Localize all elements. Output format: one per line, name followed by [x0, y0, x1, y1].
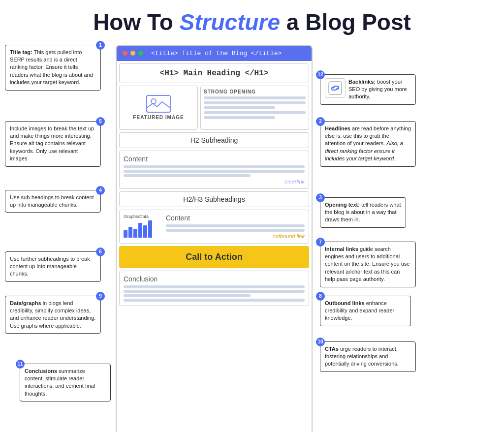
- circle-12: 12: [316, 70, 325, 79]
- annotation-10: 10 CTAs urge readers to interact, foster…: [320, 341, 416, 372]
- circle-7: 7: [316, 238, 325, 247]
- bar-1: [124, 230, 127, 238]
- circle-5: 5: [96, 117, 105, 126]
- circle-9: 9: [96, 292, 105, 301]
- graph-area: Graphs/Data: [124, 214, 163, 238]
- h1-label: <H1> Main Heading </H1>: [124, 67, 305, 80]
- circle-4: 4: [96, 186, 105, 195]
- text-line-2: [204, 101, 306, 104]
- h2-subheading: H2 Subheading: [119, 132, 309, 148]
- featured-image-icon: [146, 95, 171, 113]
- content-section-1: Content innerlink: [119, 151, 309, 189]
- annotation-7: 7 Internal links guide search engines an…: [320, 242, 416, 287]
- strong-opening-title: STRONG OPENING: [204, 89, 306, 94]
- annotation-4: 4 Use sub-headings to break content up i…: [5, 190, 101, 213]
- circle-11: 11: [16, 360, 25, 369]
- conclusion-label: Conclusion: [124, 275, 305, 283]
- cta-section: Call to Action: [119, 246, 309, 268]
- text-line-1: [204, 96, 306, 99]
- circle-1: 1: [96, 41, 105, 50]
- content-label-2: Content: [166, 214, 305, 222]
- h23-subheading: H2/H3 Subheadings: [119, 191, 309, 207]
- dot-green: [138, 51, 143, 56]
- annotation-5: 5 Include images to break the text up an…: [5, 121, 101, 167]
- annotation-12: 12 Backlinks: boost your SEO by giving y…: [320, 74, 416, 105]
- content-label-1: Content: [124, 155, 305, 163]
- blog-mockup: <title> Title of the Blog </title> <H1> …: [116, 45, 313, 432]
- page-title: How To Structure a Blog Post: [5, 10, 499, 35]
- graph-label: Graphs/Data: [124, 214, 163, 219]
- outbound-link-text: outbound link: [166, 233, 305, 239]
- featured-image-box: FEATURED IMAGE: [119, 86, 198, 130]
- link-icon-box: [325, 78, 346, 98]
- annotation-6: 6 Use further subheadings to break conte…: [5, 251, 101, 282]
- svg-rect-2: [329, 82, 342, 94]
- innerlink-text: innerlink: [124, 179, 305, 185]
- text-line-3: [204, 106, 275, 109]
- circle-6: 6: [96, 247, 105, 256]
- dot-red: [123, 51, 127, 56]
- browser-bar: <title> Title of the Blog </title>: [117, 46, 312, 61]
- text-line-5: [204, 116, 275, 119]
- annotation-11: 11 Conclusions summarize content, stimul…: [20, 364, 111, 402]
- bar-chart: [124, 220, 163, 238]
- browser-title: <title> Title of the Blog </title>: [151, 50, 282, 57]
- strong-opening-box: STRONG OPENING: [200, 86, 309, 130]
- main-container: How To Structure a Blog Post 1 Title tag…: [0, 0, 504, 432]
- featured-label: FEATURED IMAGE: [133, 115, 184, 120]
- tl1: [124, 165, 305, 168]
- dtl2: [166, 229, 305, 232]
- data-content-section: Graphs/Data Content outbound link: [119, 210, 309, 244]
- annotation-8: 8 Outbound links enhance credibility and…: [320, 296, 411, 326]
- annotation-3: 3 Opening text: tell readers what the bl…: [320, 197, 406, 228]
- text-line-4: [204, 111, 306, 114]
- svg-rect-0: [147, 95, 170, 112]
- dtl1: [166, 224, 305, 227]
- conclusion-section: Conclusion: [119, 271, 309, 306]
- svg-point-1: [151, 99, 156, 104]
- circle-3: 3: [316, 193, 325, 202]
- featured-row: FEATURED IMAGE STRONG OPENING: [119, 86, 309, 130]
- h1-section: <H1> Main Heading </H1>: [119, 63, 309, 83]
- annotation-9: 9 Data/graphs in blogs lend credibility,…: [5, 296, 101, 334]
- bar-4: [138, 223, 142, 238]
- cl3: [124, 294, 251, 297]
- annotation-2: 2 Headlines are read before anything els…: [320, 121, 416, 167]
- dot-yellow: [130, 51, 135, 56]
- cl4: [124, 299, 305, 302]
- right-annotations: 12 Backlinks: boost your SEO by giving y…: [315, 45, 423, 432]
- bar-2: [128, 227, 132, 238]
- content-area: 1 Title tag: This gets pulled into SERP …: [5, 45, 499, 432]
- tl2: [124, 170, 305, 173]
- cl1: [124, 285, 305, 288]
- circle-10: 10: [316, 338, 325, 346]
- cta-label: Call to Action: [186, 252, 242, 262]
- cl2: [124, 290, 305, 293]
- tl3: [124, 174, 251, 177]
- left-annotations: 1 Title tag: This gets pulled into SERP …: [5, 45, 113, 360]
- data-text-area: Content outbound link: [166, 214, 305, 239]
- annotation-1: 1 Title tag: This gets pulled into SERP …: [5, 45, 101, 91]
- bar-5: [143, 225, 147, 238]
- link-icon: [328, 81, 342, 95]
- circle-8: 8: [316, 292, 325, 301]
- bar-3: [133, 229, 137, 238]
- circle-2: 2: [316, 117, 325, 126]
- bar-6: [148, 220, 152, 238]
